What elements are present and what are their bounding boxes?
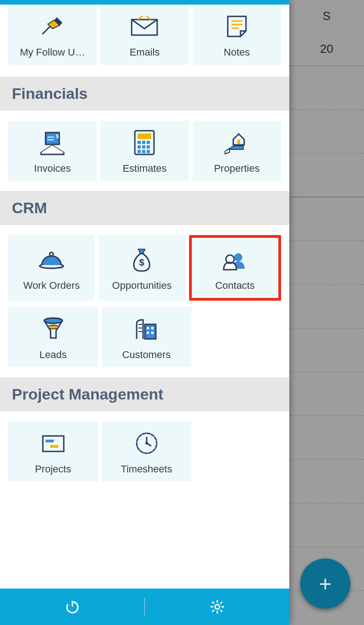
tile-label: Estimates (123, 163, 167, 174)
drawer-bottom-bar (0, 589, 289, 625)
tile-properties[interactable]: Properties (193, 121, 281, 181)
settings-button[interactable] (145, 599, 289, 615)
svg-rect-10 (138, 133, 151, 139)
tile-estimates[interactable]: Estimates (100, 121, 189, 181)
plus-icon: + (319, 571, 332, 596)
navigation-drawer: My Follow U… Emails Notes Financials (0, 0, 289, 625)
tile-label: Invoices (34, 163, 71, 174)
svg-rect-30 (147, 327, 149, 329)
svg-rect-18 (142, 150, 145, 153)
tile-label: Customers (122, 349, 170, 361)
drawer-top-accent (0, 0, 289, 5)
svg-rect-14 (138, 145, 141, 149)
tile-contacts[interactable]: Contacts (189, 235, 281, 301)
tile-label: My Follow U… (20, 46, 85, 58)
gear-icon (210, 599, 225, 615)
svg-line-0 (42, 26, 50, 34)
tile-label: Notes (224, 46, 250, 58)
svg-point-25 (48, 325, 59, 329)
contacts-icon (219, 246, 251, 273)
fab-add-button[interactable]: + (300, 558, 350, 609)
svg-rect-31 (151, 327, 154, 329)
svg-line-51 (212, 610, 214, 612)
envelope-icon (128, 13, 160, 40)
tile-label: Contacts (215, 280, 255, 292)
section-header-financials: Financials (0, 77, 289, 111)
property-icon (221, 129, 253, 156)
tile-timesheets[interactable]: Timesheets (102, 421, 191, 482)
tile-projects[interactable]: Projects (8, 421, 98, 482)
svg-rect-17 (138, 150, 141, 153)
svg-rect-20 (237, 139, 240, 144)
svg-rect-11 (138, 141, 141, 144)
svg-text:$: $ (139, 257, 144, 267)
power-icon (65, 599, 80, 615)
tile-label: Properties (214, 163, 260, 174)
calculator-icon (128, 129, 160, 156)
svg-rect-34 (43, 436, 64, 451)
tile-emails[interactable]: Emails (100, 5, 189, 65)
tile-label: Work Orders (23, 280, 80, 292)
tile-opportunities[interactable]: $ Opportunities (98, 235, 185, 301)
svg-point-41 (145, 442, 148, 445)
note-icon (221, 13, 253, 40)
svg-rect-36 (50, 445, 58, 448)
funnel-icon (37, 315, 69, 343)
moneybag-icon: $ (126, 246, 158, 273)
pushpin-icon (36, 13, 68, 40)
tile-label: Leads (40, 349, 67, 361)
buildings-icon (131, 315, 163, 343)
svg-rect-19 (147, 150, 150, 153)
svg-rect-12 (142, 141, 145, 144)
svg-point-22 (50, 252, 53, 256)
clock-icon (131, 430, 163, 457)
svg-line-52 (220, 602, 222, 604)
tile-notes[interactable]: Notes (193, 5, 281, 65)
invoice-icon: $ (36, 129, 68, 156)
cloche-icon (36, 246, 67, 273)
tile-label: Projects (35, 463, 71, 475)
svg-line-50 (220, 610, 222, 612)
tile-label: Emails (129, 46, 159, 58)
section-header-crm: CRM (0, 191, 289, 225)
svg-rect-32 (147, 332, 149, 334)
tile-invoices[interactable]: $ Invoices (8, 121, 97, 181)
tile-label: Opportunities (112, 280, 172, 292)
project-icon (37, 430, 69, 457)
svg-point-24 (44, 318, 62, 323)
svg-rect-35 (46, 440, 54, 442)
tile-label: Timesheets (121, 463, 172, 475)
svg-rect-13 (147, 141, 150, 144)
power-button[interactable] (0, 599, 144, 615)
tile-leads[interactable]: Leads (8, 307, 98, 367)
svg-rect-15 (142, 145, 145, 149)
tile-customers[interactable]: Customers (102, 307, 191, 367)
svg-line-49 (212, 602, 214, 604)
svg-text:$: $ (56, 133, 59, 139)
svg-rect-29 (145, 324, 156, 339)
section-header-pm: Project Management (0, 377, 289, 411)
svg-rect-16 (147, 145, 150, 149)
svg-rect-33 (151, 332, 154, 334)
tile-work-orders[interactable]: Work Orders (8, 235, 95, 301)
tile-my-follow-ups[interactable]: My Follow U… (8, 5, 97, 65)
svg-point-44 (215, 605, 220, 609)
